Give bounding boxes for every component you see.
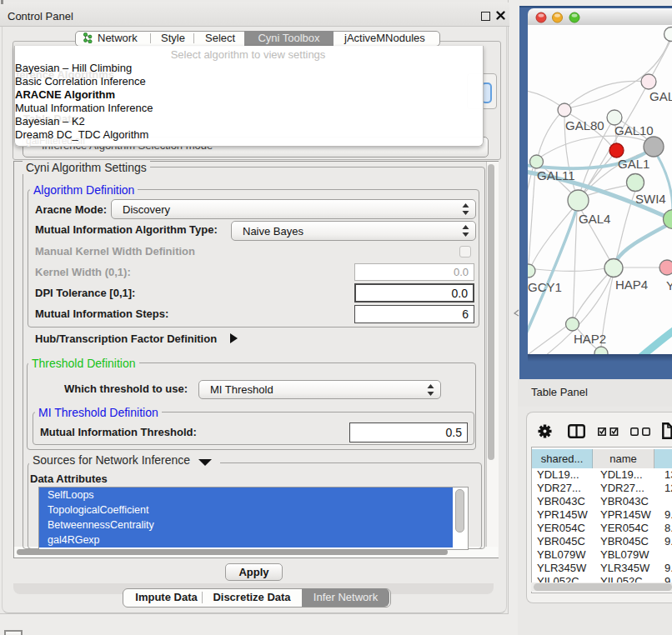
svg-text:HAP4: HAP4 <box>615 278 648 292</box>
svg-text:GAL1: GAL1 <box>618 157 649 171</box>
svg-text:Y: Y <box>666 278 672 292</box>
svg-text:GAL4: GAL4 <box>579 212 610 226</box>
svg-text:GCY1: GCY1 <box>528 280 562 294</box>
svg-text:HAP2: HAP2 <box>574 332 606 346</box>
svg-text:SWI4: SWI4 <box>635 192 666 206</box>
svg-text:GAL80: GAL80 <box>565 118 604 132</box>
svg-text:GAL10: GAL10 <box>614 123 654 138</box>
svg-text:GAL7: GAL7 <box>649 89 672 103</box>
svg-text:GAL11: GAL11 <box>537 168 575 182</box>
